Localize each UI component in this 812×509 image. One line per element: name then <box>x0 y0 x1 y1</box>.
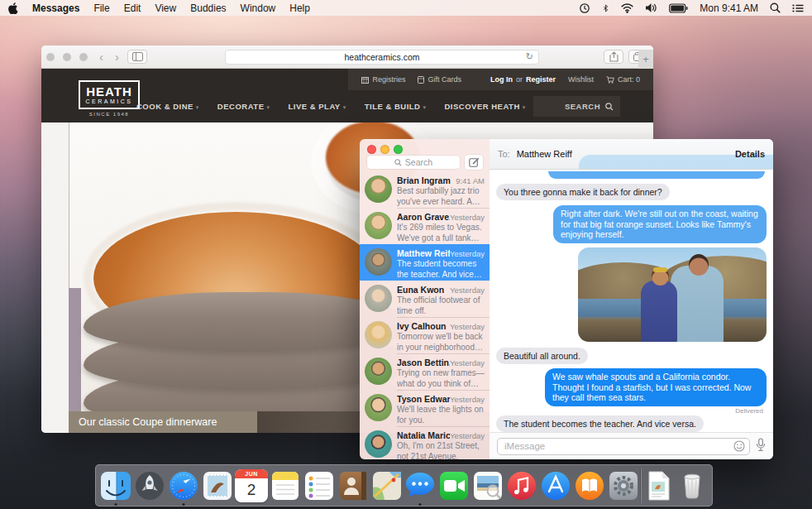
menu-clock[interactable]: Mon 9:41 AM <box>700 2 758 14</box>
safari-minimize-button[interactable] <box>63 53 71 61</box>
avatar <box>365 212 392 239</box>
received-bubble: Beautiful all around. <box>496 348 588 365</box>
details-button[interactable]: Details <box>735 149 765 159</box>
avatar <box>365 430 392 458</box>
heath-search-box[interactable]: SEARCH <box>533 96 620 117</box>
refresh-icon[interactable]: ↻ <box>526 51 533 62</box>
microphone-icon[interactable] <box>756 438 766 455</box>
running-indicator <box>115 503 117 506</box>
sidebar-header: Search <box>360 139 490 171</box>
chevron-down-icon: ▾ <box>266 104 270 110</box>
close-button[interactable] <box>367 145 376 154</box>
dock-photos[interactable] <box>471 465 505 506</box>
time-machine-icon[interactable] <box>579 2 590 14</box>
safari-close-button[interactable] <box>46 53 55 61</box>
nav-discover-heath[interactable]: DISCOVER HEATH▾ <box>445 102 526 111</box>
sent-bubble: We saw whale spouts and a California con… <box>545 368 767 406</box>
conversation-aaron-graves[interactable]: Aaron Grave...Yesterday It's 269 miles t… <box>360 208 490 244</box>
conversation-natalia-maric[interactable]: Natalia MaricYesterday Oh, I'm on 21st S… <box>360 426 490 459</box>
dock-contacts[interactable] <box>336 465 370 506</box>
conversation-euna-kwon[interactable]: Euna KwonYesterday The official footwear… <box>360 281 490 317</box>
dock-maps[interactable] <box>370 465 404 506</box>
conversation-tyson-edwards[interactable]: Tyson Edwar...Yesterday We'll leave the … <box>360 390 490 426</box>
dock-document[interactable] <box>641 465 675 506</box>
volume-icon[interactable] <box>645 2 657 13</box>
bluetooth-icon[interactable] <box>602 2 609 14</box>
dock-launchpad[interactable] <box>133 465 167 506</box>
message-input-bar <box>490 432 773 459</box>
forward-button[interactable]: › <box>112 50 122 63</box>
zoom-button[interactable] <box>394 145 403 154</box>
conversation-matthew-reiff-selected[interactable]: Matthew ReiffYesterday The student becom… <box>360 244 490 281</box>
menu-window[interactable]: Window <box>241 2 276 14</box>
cart-link[interactable]: Cart: 0 <box>606 75 640 84</box>
dock-reminders[interactable] <box>302 465 336 506</box>
gift-cards-link[interactable]: Gift Cards <box>418 75 461 84</box>
minimize-button[interactable] <box>380 145 389 154</box>
nav-decorate[interactable]: DECORATE▾ <box>217 102 270 111</box>
imessage-input[interactable] <box>497 438 750 455</box>
menu-buddies[interactable]: Buddies <box>190 2 226 14</box>
dock-trash[interactable] <box>675 465 709 506</box>
battery-icon[interactable] <box>669 3 688 13</box>
share-button[interactable] <box>604 50 623 64</box>
address-bar-url: heathceramics.com <box>344 52 419 62</box>
notification-center-icon[interactable] <box>792 3 804 13</box>
spotlight-icon[interactable] <box>770 2 781 13</box>
menu-file[interactable]: File <box>93 2 109 14</box>
dock-messages[interactable] <box>404 465 437 506</box>
dock-safari[interactable] <box>167 465 201 506</box>
older-bubble-partial <box>548 171 765 179</box>
avatar <box>365 175 392 203</box>
nav-live-play[interactable]: LIVE & PLAY▾ <box>288 102 346 111</box>
menu-edit[interactable]: Edit <box>124 2 141 14</box>
search-input[interactable]: Search <box>367 156 460 169</box>
compose-button[interactable] <box>465 155 483 170</box>
dock-notes[interactable] <box>268 465 302 506</box>
registries-link[interactable]: Registries <box>361 75 405 84</box>
message-transcript[interactable]: You three gonna make it back for dinner?… <box>490 170 773 432</box>
dock-ibooks[interactable] <box>572 465 606 506</box>
menu-app-name[interactable]: Messages <box>32 2 79 14</box>
new-tab-button[interactable]: + <box>638 50 653 69</box>
apple-menu-icon[interactable] <box>8 2 18 14</box>
login-register-links[interactable]: Log In or Register <box>490 75 556 84</box>
emoji-picker-icon[interactable] <box>733 440 745 455</box>
search-icon <box>605 103 614 111</box>
back-button[interactable]: ‹ <box>96 50 107 63</box>
dock-facetime[interactable] <box>437 465 471 506</box>
calendar-icon: JUN 2 <box>235 469 268 502</box>
avatar <box>365 394 392 421</box>
photo-attachment-bubble[interactable] <box>578 247 767 342</box>
heath-site-header: Registries Gift Cards Log In or Register… <box>41 69 653 122</box>
chevron-down-icon: ▾ <box>423 104 426 110</box>
dock-app-store[interactable] <box>539 465 573 506</box>
menu-view[interactable]: View <box>155 2 176 14</box>
desktop: Messages File Edit View Buddies Window H… <box>0 0 812 509</box>
ibooks-icon <box>573 469 606 502</box>
sent-bubble: Right after dark. We're still out on the… <box>553 205 767 243</box>
dock-mail[interactable] <box>201 465 235 506</box>
conversation-jason-bettin[interactable]: Jason Bettin...Yesterday Trying on new f… <box>360 353 490 390</box>
chevron-down-icon: ▾ <box>196 104 199 110</box>
dock-system-preferences[interactable] <box>606 465 640 506</box>
heath-logo[interactable]: HEATH CERAMICS SINCE 1948 <box>79 80 140 117</box>
dock-itunes[interactable] <box>505 465 539 506</box>
conversation-brian-ingram[interactable]: Brian Ingram9:41 AM Best surfabilly jazz… <box>360 171 490 208</box>
wishlist-link[interactable]: Wishlist <box>568 75 594 84</box>
dock-calendar[interactable]: JUN 2 <box>235 465 269 506</box>
safari-zoom-button[interactable] <box>79 53 88 61</box>
menu-help[interactable]: Help <box>289 2 310 14</box>
dock-finder[interactable] <box>99 465 133 506</box>
delivered-status: Delivered <box>735 407 763 415</box>
chat-header: To: Matthew Reiff Details <box>490 139 773 170</box>
conversation-list: Brian Ingram9:41 AM Best surfabilly jazz… <box>360 171 490 459</box>
sidebar-toggle-button[interactable] <box>127 50 147 64</box>
nav-tile-build[interactable]: TILE & BUILD▾ <box>365 102 427 111</box>
address-bar[interactable]: heathceramics.com ↻ <box>225 50 539 65</box>
wifi-icon[interactable] <box>621 2 633 13</box>
photos-icon <box>471 469 504 502</box>
conversation-ivy-calhoun[interactable]: Ivy CalhounYesterday Tomorrow we'll be b… <box>360 317 490 353</box>
recipient-name: Matthew Reiff <box>517 149 572 159</box>
nav-cook-dine[interactable]: COOK & DINE▾ <box>136 102 199 111</box>
